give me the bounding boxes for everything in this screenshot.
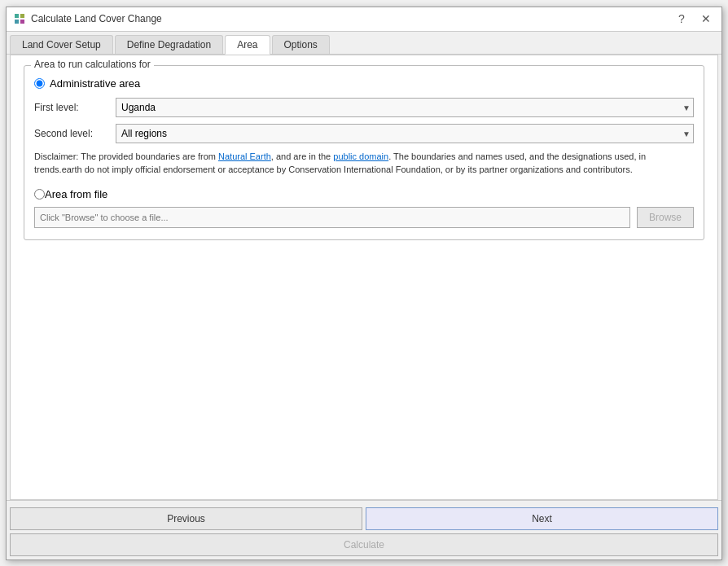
svg-rect-2	[15, 20, 19, 24]
admin-area-radio-row: Administrative area	[34, 77, 694, 90]
disclaimer-prefix: Disclaimer: The provided boundaries are …	[34, 151, 218, 161]
second-level-row: Second level: All regions Central Easter…	[34, 124, 694, 143]
disclaimer-middle: , and are in the	[271, 151, 333, 161]
tab-area[interactable]: Area	[225, 35, 270, 55]
svg-rect-1	[20, 14, 24, 18]
disclaimer-text: Disclaimer: The provided boundaries are …	[34, 150, 694, 177]
previous-button[interactable]: Previous	[10, 507, 362, 530]
first-level-label: First level:	[34, 102, 116, 113]
calculate-row: Calculate	[10, 533, 718, 556]
first-level-select-wrapper: Uganda Afghanistan Albania Algeria ▼	[116, 98, 694, 117]
app-icon	[13, 12, 26, 25]
tab-define-degradation[interactable]: Define Degradation	[115, 35, 223, 54]
first-level-select[interactable]: Uganda Afghanistan Albania Algeria	[116, 98, 694, 117]
tab-bar: Land Cover Setup Define Degradation Area…	[7, 32, 721, 55]
browse-row: Browse	[34, 207, 694, 228]
first-level-row: First level: Uganda Afghanistan Albania …	[34, 98, 694, 117]
area-file-radio-row: Area from file	[34, 188, 694, 200]
next-button[interactable]: Next	[366, 507, 718, 530]
title-bar: Calculate Land Cover Change ? ✕	[7, 7, 721, 32]
second-level-select[interactable]: All regions Central Eastern Northern Wes…	[116, 124, 694, 143]
area-group-box: Area to run calculations for Administrat…	[24, 65, 704, 240]
tab-options[interactable]: Options	[272, 35, 330, 54]
browse-button[interactable]: Browse	[637, 207, 694, 228]
area-file-section: Area from file Browse	[34, 188, 694, 228]
calculate-button[interactable]: Calculate	[10, 533, 718, 556]
window-title: Calculate Land Cover Change	[31, 13, 162, 24]
title-bar-left: Calculate Land Cover Change	[13, 12, 162, 25]
main-content: Area to run calculations for Administrat…	[10, 55, 718, 500]
area-from-file-label[interactable]: Area from file	[45, 188, 107, 200]
help-button[interactable]: ?	[673, 10, 691, 28]
area-panel: Area to run calculations for Administrat…	[11, 55, 717, 499]
main-window: Calculate Land Cover Change ? ✕ Land Cov…	[6, 7, 722, 560]
title-bar-controls: ? ✕	[673, 10, 715, 28]
public-domain-link[interactable]: public domain	[333, 151, 388, 161]
natural-earth-link[interactable]: Natural Earth	[218, 151, 271, 161]
file-path-input[interactable]	[34, 207, 630, 228]
second-level-label: Second level:	[34, 128, 116, 139]
nav-buttons: Previous Next	[10, 507, 718, 530]
admin-area-label[interactable]: Administrative area	[50, 77, 140, 90]
area-file-radio[interactable]	[34, 189, 45, 200]
admin-area-radio[interactable]	[34, 78, 45, 89]
close-button[interactable]: ✕	[697, 10, 715, 28]
svg-rect-3	[20, 20, 24, 24]
bottom-bar: Previous Next Calculate	[7, 500, 721, 559]
svg-rect-0	[15, 14, 19, 18]
tab-land-cover-setup[interactable]: Land Cover Setup	[10, 35, 113, 54]
group-box-title: Area to run calculations for	[31, 59, 154, 70]
second-level-select-wrapper: All regions Central Eastern Northern Wes…	[116, 124, 694, 143]
